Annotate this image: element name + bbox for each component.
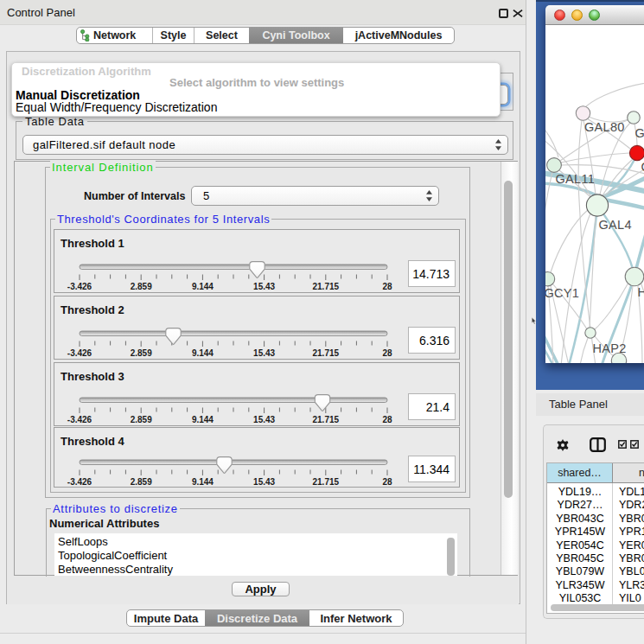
svg-text:2.859: 2.859: [131, 414, 152, 424]
svg-text:H: H: [638, 285, 644, 299]
svg-text:21.715: 21.715: [313, 348, 340, 357]
svg-text:-3.426: -3.426: [67, 348, 92, 357]
svg-text:2.859: 2.859: [131, 281, 152, 290]
svg-text:28: 28: [382, 477, 392, 487]
svg-text:-3.426: -3.426: [67, 281, 92, 290]
svg-text:GAL4: GAL4: [599, 218, 632, 232]
svg-text:9.144: 9.144: [192, 281, 214, 290]
svg-text:9.144: 9.144: [192, 348, 214, 357]
svg-text:9.144: 9.144: [192, 477, 214, 487]
svg-text:GAL11: GAL11: [556, 172, 596, 186]
svg-text:C: C: [641, 160, 644, 174]
svg-text:15.43: 15.43: [253, 477, 275, 487]
svg-text:2.859: 2.859: [131, 348, 152, 357]
svg-text:-3.426: -3.426: [67, 414, 92, 424]
svg-text:HAP2: HAP2: [593, 341, 627, 355]
svg-text:28: 28: [382, 414, 392, 424]
svg-text:21.715: 21.715: [313, 281, 340, 290]
svg-text:GA: GA: [635, 126, 644, 140]
svg-text:15.43: 15.43: [253, 281, 275, 290]
svg-text:GCY1: GCY1: [545, 286, 579, 300]
svg-text:21.715: 21.715: [313, 414, 340, 424]
svg-text:9.144: 9.144: [192, 414, 214, 424]
svg-text:28: 28: [382, 348, 392, 357]
svg-text:2.859: 2.859: [131, 477, 152, 487]
svg-text:21.715: 21.715: [313, 477, 340, 487]
svg-text:-3.426: -3.426: [67, 477, 92, 487]
svg-text:15.43: 15.43: [253, 348, 275, 357]
svg-text:28: 28: [382, 281, 392, 290]
svg-text:15.43: 15.43: [253, 414, 275, 424]
svg-text:GAL80: GAL80: [584, 120, 625, 134]
